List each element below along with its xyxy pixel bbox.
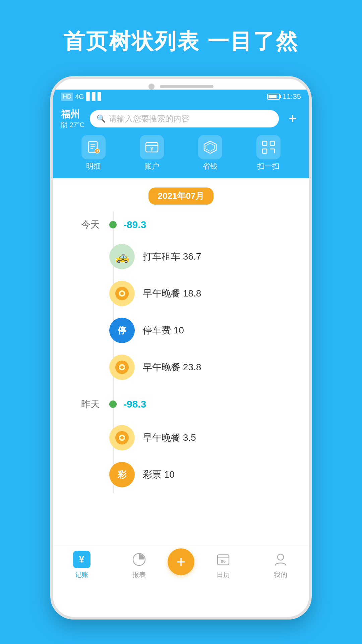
taxi-icon: 🚕	[109, 244, 135, 269]
status-left: HD 4G ▋▋▋	[61, 92, 103, 101]
today-amount: -89.3	[123, 219, 146, 230]
battery-fill	[268, 95, 277, 98]
wode-nav-icon	[272, 551, 289, 568]
list-item[interactable]: 早午晚餐 23.8	[66, 349, 296, 386]
category-name: 停车费 10	[143, 324, 184, 337]
svg-marker-10	[206, 143, 215, 151]
quick-nav: ¥ 明细 ¥ 账户	[61, 135, 301, 171]
jizhang-nav-label: 记账	[75, 570, 88, 579]
category-name: 打车租车 36.7	[143, 250, 201, 263]
scan-icon	[256, 135, 281, 159]
wode-nav-label: 我的	[274, 570, 287, 579]
category-name: 早午晚餐 23.8	[143, 361, 201, 374]
time-display: 11:35	[283, 92, 301, 101]
svg-text:06: 06	[221, 559, 225, 564]
yesterday-amount: -98.3	[123, 398, 146, 410]
mingxi-label: 明细	[86, 161, 101, 171]
shengqian-label: 省钱	[203, 161, 218, 171]
rili-nav-icon: 06	[215, 551, 232, 568]
battery-icon	[267, 94, 280, 100]
app-header: 福州 阴 27°C 🔍 请输入您要搜索的内容 + ¥	[53, 104, 309, 178]
svg-point-24	[120, 436, 124, 439]
weather-temp: 阴 27°C	[61, 120, 84, 129]
today-dot	[109, 221, 117, 228]
page-title: 首页树状列表 一目了然	[63, 27, 299, 56]
category-name: 早午晚餐 18.8	[143, 287, 201, 300]
rili-nav-label: 日历	[217, 570, 230, 579]
day-header-today: 今天 -89.3	[66, 211, 296, 238]
yesterday-dot	[109, 400, 117, 408]
svg-point-18	[120, 292, 124, 295]
scan-label: 扫一扫	[257, 161, 280, 171]
zhanghu-label: 账户	[144, 161, 159, 171]
day-header-yesterday: 昨天 -98.3	[66, 389, 296, 419]
weather-info: 福州 阴 27°C	[61, 108, 84, 129]
svg-rect-11	[262, 141, 267, 146]
search-bar[interactable]: 🔍 请输入您要搜索的内容	[90, 110, 279, 127]
yesterday-label: 昨天	[66, 398, 100, 411]
lottery-icon: 彩	[109, 462, 135, 487]
nav-rili[interactable]: 06 日历	[194, 551, 252, 579]
phone-notch	[53, 79, 309, 90]
nav-scan[interactable]: 扫一扫	[256, 135, 281, 171]
list-item[interactable]: 停 停车费 10	[66, 312, 296, 349]
list-item[interactable]: 彩 彩票 10	[66, 456, 296, 493]
svg-point-21	[120, 366, 124, 369]
meal-icon-3	[109, 425, 135, 450]
content-area: 2021年07月 今天 -89.3 🚕 打车租车 36.7	[53, 178, 309, 585]
list-item[interactable]: 早午晚餐 18.8	[66, 275, 296, 312]
month-badge-wrap: 2021年07月	[53, 178, 309, 211]
phone-frame: HD 4G ▋▋▋ 11:35 福州 阴 27°C 🔍 请输入您要搜索的内容 +	[50, 76, 312, 620]
bottom-nav: ¥ 记账 报表 +	[53, 546, 309, 585]
status-right: 11:35	[267, 92, 301, 101]
category-name: 彩票 10	[143, 468, 175, 481]
header-top: 福州 阴 27°C 🔍 请输入您要搜索的内容 +	[61, 108, 301, 129]
meal-icon-2	[109, 355, 135, 380]
shengqian-icon	[198, 135, 222, 159]
zhanghu-icon: ¥	[140, 135, 164, 159]
network-icon: 4G	[75, 93, 84, 101]
search-placeholder: 请输入您要搜索的内容	[109, 113, 189, 124]
hd-badge: HD	[61, 93, 73, 101]
add-button[interactable]: +	[284, 110, 301, 127]
mingxi-icon: ¥	[81, 135, 106, 159]
category-name: 早午晚餐 3.5	[143, 431, 196, 444]
center-add-icon: +	[176, 552, 186, 571]
nav-jizhang[interactable]: ¥ 记账	[53, 551, 110, 579]
list-item[interactable]: 🚕 打车租车 36.7	[66, 238, 296, 275]
nav-shengqian[interactable]: 省钱	[198, 135, 222, 171]
baobiao-nav-icon	[130, 551, 148, 568]
timeline: 今天 -89.3 🚕 打车租车 36.7	[53, 211, 309, 493]
meal-icon-1	[109, 281, 135, 306]
phone-speaker	[160, 85, 214, 88]
status-bar: HD 4G ▋▋▋ 11:35	[53, 90, 309, 104]
search-icon: 🔍	[97, 114, 106, 123]
signal-icon: ▋▋▋	[86, 92, 103, 101]
svg-rect-12	[270, 141, 275, 146]
parking-icon: 停	[109, 318, 135, 343]
baobiao-nav-label: 报表	[132, 570, 146, 579]
nav-zhanghu[interactable]: ¥ 账户	[140, 135, 164, 171]
nav-mingxi[interactable]: ¥ 明细	[81, 135, 106, 171]
month-badge: 2021年07月	[148, 187, 214, 205]
nav-wode[interactable]: 我的	[252, 551, 309, 579]
weather-city: 福州	[61, 108, 84, 120]
list-item[interactable]: 早午晚餐 3.5	[66, 419, 296, 456]
nav-baobiao[interactable]: 报表	[110, 551, 168, 579]
phone-camera	[148, 84, 155, 90]
svg-point-29	[278, 554, 284, 560]
svg-rect-13	[262, 149, 267, 153]
svg-text:¥: ¥	[96, 149, 98, 153]
svg-text:¥: ¥	[150, 146, 153, 152]
center-add-button[interactable]: +	[168, 548, 194, 575]
today-label: 今天	[66, 218, 100, 231]
jizhang-nav-icon: ¥	[73, 551, 90, 568]
